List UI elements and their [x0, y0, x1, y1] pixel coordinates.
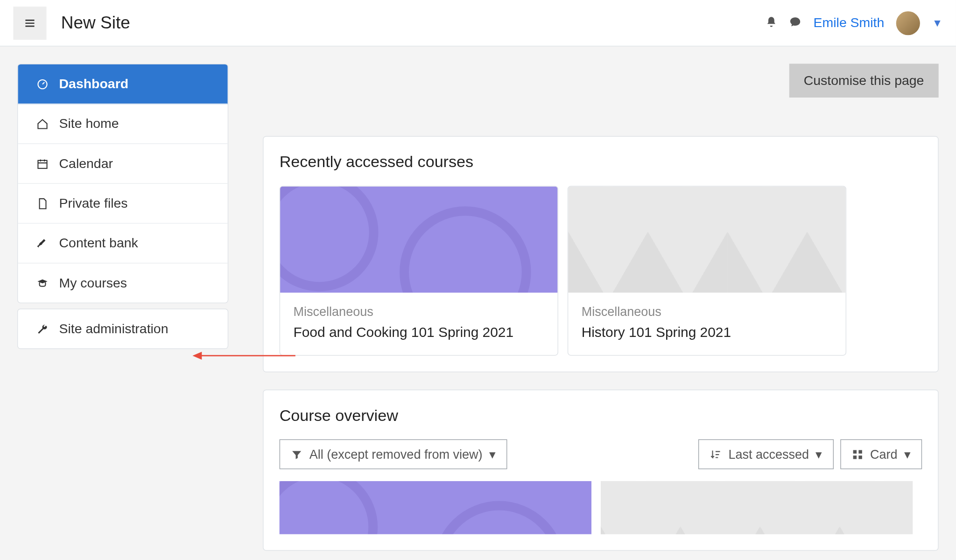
overview-course-thumb[interactable]: [601, 481, 913, 534]
chevron-down-icon: ▾: [904, 447, 911, 462]
hamburger-icon: [24, 17, 36, 29]
course-card[interactable]: Miscellaneous Food and Cooking 101 Sprin…: [280, 186, 558, 356]
course-thumb: [280, 187, 557, 293]
topbar: New Site Emile Smith ▼: [0, 0, 956, 47]
svg-rect-3: [858, 450, 862, 453]
svg-rect-2: [853, 450, 856, 453]
svg-rect-5: [858, 455, 862, 458]
user-name[interactable]: Emile Smith: [814, 15, 885, 31]
sidebar-label: Site home: [59, 116, 119, 132]
filter-icon: [291, 448, 303, 461]
course-name: Food and Cooking 101 Spring 2021: [294, 324, 545, 340]
grid-icon: [851, 448, 864, 461]
overview-course-thumb[interactable]: [280, 481, 591, 534]
sidebar-item-dashboard[interactable]: Dashboard: [18, 64, 227, 104]
graduation-icon: [35, 277, 49, 289]
filter-view-label: Card: [870, 447, 898, 462]
svg-marker-7: [192, 352, 202, 360]
filter-scope-label: All (except removed from view): [309, 447, 483, 462]
sidebar-label: Private files: [59, 196, 128, 211]
sidebar: Dashboard Site home Calendar Private fil…: [0, 47, 246, 551]
filter-view-dropdown[interactable]: Card ▾: [840, 439, 922, 469]
sidebar-label: Calendar: [59, 156, 113, 171]
sidebar-item-private-files[interactable]: Private files: [18, 184, 227, 224]
course-card[interactable]: Miscellaneous History 101 Spring 2021: [568, 186, 846, 356]
file-icon: [35, 197, 49, 210]
sidebar-label: Content bank: [59, 236, 138, 251]
avatar[interactable]: [896, 11, 920, 35]
course-name: History 101 Spring 2021: [582, 324, 833, 340]
home-icon: [35, 118, 49, 130]
filter-scope-dropdown[interactable]: All (except removed from view) ▾: [280, 439, 507, 469]
chevron-down-icon: ▾: [489, 447, 496, 462]
filter-sort-label: Last accessed: [728, 447, 809, 462]
recently-accessed-heading: Recently accessed courses: [280, 153, 922, 171]
recently-accessed-panel: Recently accessed courses Miscellaneous …: [263, 136, 939, 372]
sidebar-label: My courses: [59, 275, 127, 291]
svg-rect-4: [853, 455, 856, 458]
sidebar-label: Site administration: [59, 321, 169, 336]
course-category: Miscellaneous: [582, 305, 833, 319]
sidebar-label: Dashboard: [59, 77, 129, 92]
sidebar-item-calendar[interactable]: Calendar: [18, 144, 227, 184]
course-thumb: [568, 187, 845, 293]
sidebar-item-my-courses[interactable]: My courses: [18, 264, 227, 303]
filter-sort-dropdown[interactable]: Last accessed ▾: [698, 439, 833, 469]
notifications-icon[interactable]: [766, 15, 778, 30]
content: Customise this page Recently accessed co…: [246, 47, 956, 551]
user-menu-caret[interactable]: ▼: [932, 17, 943, 29]
messages-icon[interactable]: [789, 15, 801, 30]
chevron-down-icon: ▾: [815, 447, 822, 462]
sidebar-item-content-bank[interactable]: Content bank: [18, 224, 227, 263]
sidebar-item-site-administration[interactable]: Site administration: [18, 309, 227, 349]
calendar-icon: [35, 158, 49, 170]
annotation-arrow: [192, 349, 299, 362]
sort-icon: [710, 448, 722, 461]
svg-rect-1: [38, 160, 47, 168]
menu-toggle[interactable]: [13, 7, 46, 40]
wrench-icon: [35, 323, 49, 335]
brush-icon: [35, 237, 49, 249]
course-overview-panel: Course overview All (except removed from…: [263, 390, 939, 551]
customise-page-button[interactable]: Customise this page: [789, 64, 938, 98]
course-overview-heading: Course overview: [280, 406, 922, 425]
site-title[interactable]: New Site: [61, 13, 130, 33]
dashboard-icon: [35, 78, 49, 90]
course-category: Miscellaneous: [294, 305, 545, 319]
sidebar-item-site-home[interactable]: Site home: [18, 104, 227, 144]
